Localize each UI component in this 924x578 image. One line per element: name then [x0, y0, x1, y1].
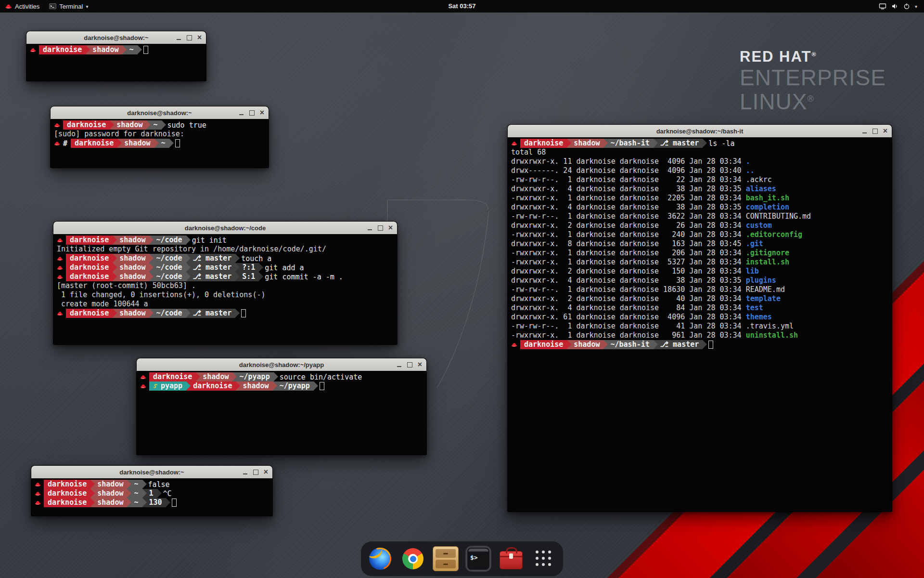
prompt-segment-host: shadow [113, 254, 149, 263]
close-button[interactable]: × [197, 34, 202, 41]
minimize-button[interactable] [862, 129, 867, 134]
window-titlebar[interactable]: darknoise@shadow:~× [31, 466, 272, 479]
prompt-segment-user: darknoise [44, 489, 90, 498]
terminal-window: darknoise@shadow:~×darknoiseshadow~false… [31, 465, 273, 516]
terminal-content[interactable]: darknoiseshadow~/pyappsource bin/activat… [137, 371, 426, 455]
terminal-cursor [320, 382, 324, 390]
command-text: source bin/activate [280, 373, 362, 381]
file-list-row: drwxrwxr-x. 2 darknoise darknoise 40 Jan… [511, 294, 888, 303]
terminal-output-line: Initialized empty Git repository in /hom… [57, 245, 394, 254]
clock[interactable]: Sat 03:57 [448, 0, 475, 13]
terminal-content[interactable]: darknoiseshadow~falsedarknoiseshadow~1^C… [31, 478, 272, 516]
terminal-window: darknoise@shadow:~×darknoiseshadow~ [26, 31, 206, 81]
redhat-prompt-icon [30, 47, 36, 53]
maximize-button[interactable] [249, 110, 255, 116]
command-text: ^C [163, 489, 172, 498]
close-button[interactable]: × [264, 469, 268, 475]
prompt-segment-user: darknoise [39, 45, 86, 54]
window-controls: × [367, 222, 393, 234]
file-list-row: drwxrwxr-x. 2 darknoise darknoise 26 Jan… [511, 221, 888, 230]
maximize-button[interactable] [378, 225, 383, 231]
maximize-button[interactable] [253, 470, 258, 475]
minimize-button[interactable] [367, 225, 372, 231]
file-name: bash_it.sh [746, 194, 789, 202]
activities-label: Activities [15, 3, 39, 10]
dock-item-app-grid[interactable] [531, 546, 557, 572]
prompt-segment-user: darknoise [66, 309, 113, 318]
close-button[interactable]: × [418, 361, 422, 368]
terminal-prompt-line: darknoiseshadow~130 [35, 498, 269, 507]
volume-icon [891, 3, 898, 10]
redhat-prompt-icon [57, 265, 63, 270]
maximize-button[interactable] [187, 35, 192, 40]
command-text: touch a [241, 254, 271, 263]
dock-item-files[interactable] [433, 546, 459, 572]
terminal-cursor [172, 499, 177, 507]
window-titlebar[interactable]: darknoise@shadow:~× [51, 106, 269, 119]
prompt-segment-host: shadow [90, 498, 127, 507]
app-menu-terminal[interactable]: Terminal ▾ [44, 0, 93, 13]
minimize-button[interactable] [243, 470, 248, 475]
terminal-output-line: [master (root-commit) 50bcb63] . [57, 281, 394, 290]
activities-button[interactable]: Activities [0, 0, 44, 13]
terminal-prompt-line: darknoiseshadow~/code⎇ master?:1git add … [57, 263, 394, 272]
dock-item-toolbox[interactable] [498, 546, 524, 572]
terminal-content[interactable]: darknoiseshadow~ [26, 44, 206, 81]
file-name: .ackrc [746, 175, 772, 184]
prompt-segment-host: shadow [86, 45, 122, 54]
prompt-segment-host: shadow [567, 139, 603, 148]
file-name: test [746, 303, 763, 312]
redhat-prompt-icon [35, 491, 41, 496]
terminal-prompt-line: darknoiseshadow~/code⎇ mastertouch a [57, 254, 394, 263]
file-name: CONTRIBUTING.md [746, 212, 811, 221]
terminal-content[interactable]: darknoiseshadow~sudo true[sudo] password… [51, 119, 269, 168]
window-titlebar[interactable]: darknoise@shadow:~/bash-it× [508, 125, 892, 138]
terminal-cursor [241, 309, 246, 317]
prompt-segment-user: darknoise [186, 381, 236, 391]
prompt-segment-host: shadow [113, 236, 149, 245]
system-menu[interactable]: ▾ [875, 0, 921, 13]
terminal-prompt-line: darknoiseshadow~sudo true [54, 120, 265, 130]
redhat-prompt-icon [54, 141, 60, 146]
dock-item-chrome[interactable] [400, 546, 426, 572]
prompt-segment-path: ~/code [149, 263, 186, 272]
terminal-output-line: total 68 [511, 148, 888, 157]
file-list-row: -rw-rw-r--. 1 darknoise darknoise 18630 … [511, 285, 888, 294]
minimize-button[interactable] [397, 362, 402, 368]
maximize-button[interactable] [873, 129, 878, 134]
terminal-prompt-line: darknoiseshadow~/bash-it⎇ master [511, 340, 888, 349]
prompt-segment-path: ~/code [149, 254, 186, 263]
minimize-button[interactable] [239, 110, 244, 116]
close-button[interactable]: × [260, 109, 264, 116]
redhat-prompt-icon [511, 141, 517, 146]
file-name: plugins [746, 276, 776, 285]
close-button[interactable]: × [883, 128, 887, 134]
window-title: darknoise@shadow:~ [119, 469, 184, 476]
dock-item-terminal[interactable]: $> [465, 546, 491, 572]
desktop[interactable]: RED HAT® ENTERPRISE LINUX® darknoise@sha… [0, 0, 924, 578]
prompt-segment-path: ~/code [149, 236, 186, 245]
dock-item-firefox[interactable] [367, 546, 393, 572]
window-controls: × [176, 31, 202, 44]
terminal-app-icon: $> [466, 547, 490, 571]
window-titlebar[interactable]: darknoise@shadow:~/code× [53, 222, 397, 235]
window-titlebar[interactable]: darknoise@shadow:~× [26, 31, 206, 44]
file-name: .. [746, 166, 755, 175]
close-button[interactable]: × [388, 224, 393, 231]
file-name: .travis.yml [746, 322, 794, 330]
prompt-segment-host: shadow [90, 480, 127, 489]
window-controls: × [397, 358, 422, 371]
prompt-segment-host: shadow [90, 489, 127, 498]
window-titlebar[interactable]: darknoise@shadow:~/pyapp× [137, 358, 426, 371]
toolbox-icon [500, 551, 523, 569]
terminal-content[interactable]: darknoiseshadow~/bash-it⎇ masterls -lato… [508, 137, 892, 512]
terminal-prompt-line: darknoiseshadow~/pyappsource bin/activat… [140, 372, 423, 381]
prompt-segment-user: darknoise [44, 498, 90, 507]
file-list-row: drwxrwxr-x. 4 darknoise darknoise 38 Jan… [511, 276, 888, 285]
chrome-icon [402, 548, 424, 569]
minimize-button[interactable] [176, 35, 181, 40]
maximize-button[interactable] [407, 362, 412, 368]
terminal-content[interactable]: darknoiseshadow~/codegit initInitialized… [53, 234, 397, 344]
file-list-row: -rwxrwxr-x. 1 darknoise darknoise 5327 J… [511, 258, 888, 267]
prompt-segment-git: ⎇ master [186, 309, 236, 318]
